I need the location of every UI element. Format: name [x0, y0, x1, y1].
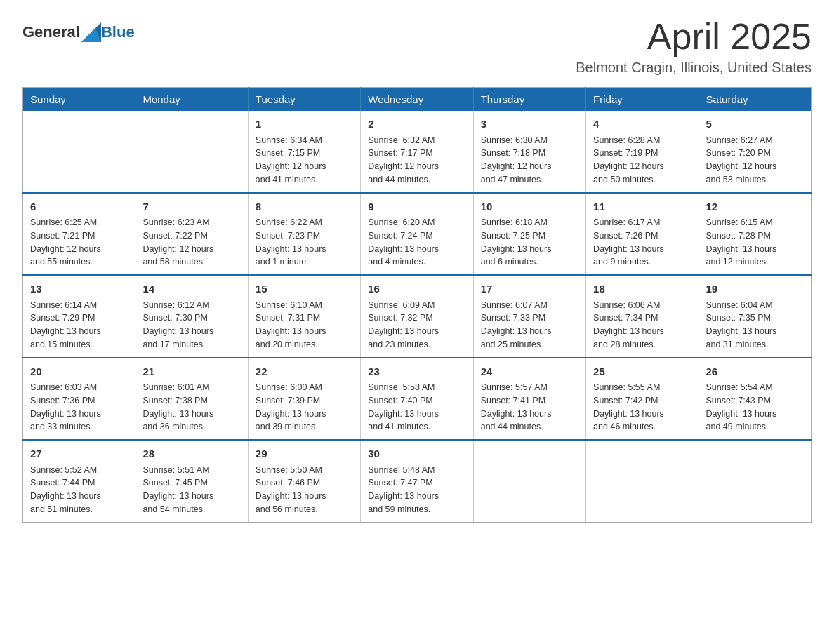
- calendar-cell: 25Sunrise: 5:55 AM Sunset: 7:42 PM Dayli…: [586, 358, 699, 441]
- day-number: 16: [368, 281, 465, 297]
- day-number: 3: [481, 116, 578, 133]
- day-info: Sunrise: 6:32 AM Sunset: 7:17 PM Dayligh…: [368, 134, 465, 187]
- page-header: General Blue April 2025 Belmont Cragin, …: [22, 17, 812, 76]
- calendar-cell: 5Sunrise: 6:27 AM Sunset: 7:20 PM Daylig…: [699, 111, 811, 193]
- calendar-cell: [135, 111, 248, 193]
- day-number: 21: [143, 364, 240, 380]
- day-info: Sunrise: 5:51 AM Sunset: 7:45 PM Dayligh…: [143, 464, 240, 516]
- day-info: Sunrise: 6:20 AM Sunset: 7:24 PM Dayligh…: [368, 216, 465, 269]
- day-info: Sunrise: 6:10 AM Sunset: 7:31 PM Dayligh…: [256, 299, 353, 351]
- day-info: Sunrise: 6:30 AM Sunset: 7:18 PM Dayligh…: [481, 134, 578, 187]
- weekday-header-wednesday: Wednesday: [361, 88, 473, 112]
- weekday-header-tuesday: Tuesday: [248, 88, 360, 112]
- day-number: 22: [256, 364, 353, 380]
- day-number: 26: [706, 364, 804, 380]
- day-info: Sunrise: 6:22 AM Sunset: 7:23 PM Dayligh…: [256, 216, 353, 269]
- calendar-cell: 3Sunrise: 6:30 AM Sunset: 7:18 PM Daylig…: [473, 111, 585, 193]
- calendar-cell: [23, 111, 135, 193]
- weekday-header-sunday: Sunday: [23, 88, 135, 112]
- calendar-cell: 8Sunrise: 6:22 AM Sunset: 7:23 PM Daylig…: [248, 193, 360, 276]
- day-info: Sunrise: 6:01 AM Sunset: 7:38 PM Dayligh…: [143, 381, 240, 434]
- weekday-header-saturday: Saturday: [699, 88, 811, 112]
- day-info: Sunrise: 5:52 AM Sunset: 7:44 PM Dayligh…: [30, 464, 128, 516]
- day-number: 13: [30, 281, 128, 297]
- calendar-cell: 18Sunrise: 6:06 AM Sunset: 7:34 PM Dayli…: [586, 275, 699, 358]
- day-info: Sunrise: 6:17 AM Sunset: 7:26 PM Dayligh…: [593, 216, 691, 269]
- day-info: Sunrise: 6:12 AM Sunset: 7:30 PM Dayligh…: [143, 299, 240, 351]
- calendar-cell: 13Sunrise: 6:14 AM Sunset: 7:29 PM Dayli…: [23, 275, 135, 358]
- day-number: 2: [368, 116, 465, 133]
- logo-icon: [81, 22, 101, 42]
- calendar-cell: 9Sunrise: 6:20 AM Sunset: 7:24 PM Daylig…: [361, 193, 473, 276]
- logo-general-text: General: [22, 23, 80, 41]
- day-info: Sunrise: 6:09 AM Sunset: 7:32 PM Dayligh…: [368, 299, 465, 351]
- logo: General Blue: [22, 22, 135, 42]
- logo-blue-text: Blue: [101, 23, 135, 41]
- day-number: 17: [481, 281, 578, 297]
- calendar-table: SundayMondayTuesdayWednesdayThursdayFrid…: [22, 87, 812, 523]
- day-number: 6: [30, 199, 128, 215]
- day-info: Sunrise: 5:54 AM Sunset: 7:43 PM Dayligh…: [706, 381, 804, 434]
- calendar-cell: 27Sunrise: 5:52 AM Sunset: 7:44 PM Dayli…: [23, 440, 135, 522]
- calendar-cell: 14Sunrise: 6:12 AM Sunset: 7:30 PM Dayli…: [135, 275, 248, 358]
- weekday-header-thursday: Thursday: [473, 88, 585, 112]
- day-number: 30: [368, 446, 465, 462]
- day-number: 4: [593, 116, 691, 133]
- calendar-cell: 21Sunrise: 6:01 AM Sunset: 7:38 PM Dayli…: [135, 358, 248, 441]
- day-number: 12: [706, 199, 804, 215]
- week-row-5: 27Sunrise: 5:52 AM Sunset: 7:44 PM Dayli…: [23, 440, 812, 522]
- title-block: April 2025 Belmont Cragin, Illinois, Uni…: [576, 17, 812, 76]
- day-number: 5: [706, 116, 804, 133]
- calendar-cell: 12Sunrise: 6:15 AM Sunset: 7:28 PM Dayli…: [699, 193, 811, 276]
- day-info: Sunrise: 6:03 AM Sunset: 7:36 PM Dayligh…: [30, 381, 128, 434]
- calendar-cell: 6Sunrise: 6:25 AM Sunset: 7:21 PM Daylig…: [23, 193, 135, 276]
- week-row-1: 1Sunrise: 6:34 AM Sunset: 7:15 PM Daylig…: [23, 111, 812, 193]
- day-number: 23: [368, 364, 465, 380]
- weekday-header-friday: Friday: [586, 88, 699, 112]
- day-number: 28: [143, 446, 240, 462]
- day-info: Sunrise: 6:25 AM Sunset: 7:21 PM Dayligh…: [30, 216, 128, 269]
- calendar-cell: 15Sunrise: 6:10 AM Sunset: 7:31 PM Dayli…: [248, 275, 360, 358]
- calendar-cell: 24Sunrise: 5:57 AM Sunset: 7:41 PM Dayli…: [473, 358, 585, 441]
- weekday-header-monday: Monday: [135, 88, 248, 112]
- day-number: 24: [481, 364, 578, 380]
- location-title: Belmont Cragin, Illinois, United States: [576, 60, 812, 76]
- day-info: Sunrise: 5:58 AM Sunset: 7:40 PM Dayligh…: [368, 381, 465, 434]
- day-number: 7: [143, 199, 240, 215]
- day-info: Sunrise: 5:55 AM Sunset: 7:42 PM Dayligh…: [593, 381, 691, 434]
- calendar-cell: 1Sunrise: 6:34 AM Sunset: 7:15 PM Daylig…: [248, 111, 360, 193]
- calendar-cell: 30Sunrise: 5:48 AM Sunset: 7:47 PM Dayli…: [361, 440, 473, 522]
- day-number: 8: [256, 199, 353, 215]
- day-number: 19: [706, 281, 804, 297]
- day-info: Sunrise: 6:18 AM Sunset: 7:25 PM Dayligh…: [481, 216, 578, 269]
- day-info: Sunrise: 6:14 AM Sunset: 7:29 PM Dayligh…: [30, 299, 128, 351]
- week-row-3: 13Sunrise: 6:14 AM Sunset: 7:29 PM Dayli…: [23, 275, 812, 358]
- week-row-2: 6Sunrise: 6:25 AM Sunset: 7:21 PM Daylig…: [23, 193, 812, 276]
- weekday-header-row: SundayMondayTuesdayWednesdayThursdayFrid…: [23, 88, 812, 112]
- calendar-cell: [586, 440, 699, 522]
- day-info: Sunrise: 6:34 AM Sunset: 7:15 PM Dayligh…: [256, 134, 353, 187]
- day-info: Sunrise: 6:15 AM Sunset: 7:28 PM Dayligh…: [706, 216, 804, 269]
- calendar-cell: 23Sunrise: 5:58 AM Sunset: 7:40 PM Dayli…: [361, 358, 473, 441]
- calendar-cell: 19Sunrise: 6:04 AM Sunset: 7:35 PM Dayli…: [699, 275, 811, 358]
- day-number: 9: [368, 199, 465, 215]
- day-number: 10: [481, 199, 578, 215]
- month-title: April 2025: [576, 17, 812, 57]
- calendar-cell: 20Sunrise: 6:03 AM Sunset: 7:36 PM Dayli…: [23, 358, 135, 441]
- day-number: 15: [256, 281, 353, 297]
- calendar-cell: 4Sunrise: 6:28 AM Sunset: 7:19 PM Daylig…: [586, 111, 699, 193]
- day-number: 14: [143, 281, 240, 297]
- calendar-cell: 28Sunrise: 5:51 AM Sunset: 7:45 PM Dayli…: [135, 440, 248, 522]
- day-number: 25: [593, 364, 691, 380]
- calendar-cell: 29Sunrise: 5:50 AM Sunset: 7:46 PM Dayli…: [248, 440, 360, 522]
- day-number: 27: [30, 446, 128, 462]
- day-info: Sunrise: 6:04 AM Sunset: 7:35 PM Dayligh…: [706, 299, 804, 351]
- day-info: Sunrise: 6:00 AM Sunset: 7:39 PM Dayligh…: [256, 381, 353, 434]
- day-number: 18: [593, 281, 691, 297]
- calendar-cell: 17Sunrise: 6:07 AM Sunset: 7:33 PM Dayli…: [473, 275, 585, 358]
- day-number: 11: [593, 199, 691, 215]
- day-info: Sunrise: 5:48 AM Sunset: 7:47 PM Dayligh…: [368, 464, 465, 516]
- week-row-4: 20Sunrise: 6:03 AM Sunset: 7:36 PM Dayli…: [23, 358, 812, 441]
- day-info: Sunrise: 5:50 AM Sunset: 7:46 PM Dayligh…: [256, 464, 353, 516]
- day-number: 20: [30, 364, 128, 380]
